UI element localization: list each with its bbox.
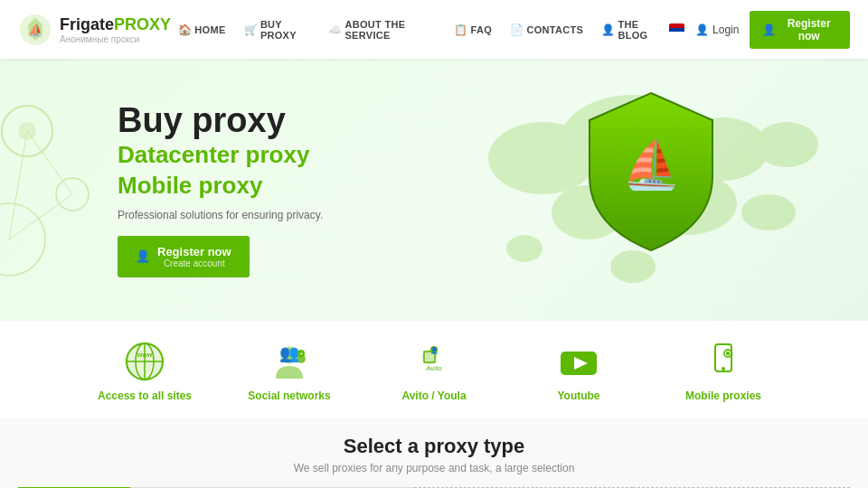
svg-point-45 (722, 367, 725, 371)
nav-contacts[interactable]: 📄 CONTACTS (503, 19, 590, 41)
avito-youla-label: Avito / Youla (401, 389, 466, 402)
feature-social-networks[interactable]: 👥 + Social networks (217, 339, 362, 402)
svg-point-16 (741, 194, 796, 230)
mobile-proxies-icon (701, 339, 746, 384)
user-icon: 👤 (695, 23, 709, 36)
faq-icon: 📋 (454, 23, 467, 36)
main-nav: 🏠 HOME 🛒 BUY PROXY ☁️ ABOUT THE SERVICE … (171, 14, 669, 45)
svg-text:+: + (299, 350, 304, 358)
contacts-icon: 📄 (510, 23, 524, 36)
cart-icon: 🛒 (244, 23, 258, 36)
select-proxy-description: We sell proxies for any purpose and task… (0, 462, 868, 474)
hero-visual: ⛵ (452, 68, 832, 312)
header-right: 👤 Login 👤 Register now (669, 11, 850, 49)
hero-title: Buy proxy (118, 102, 323, 140)
access-sites-icon-wrap: www (122, 339, 167, 384)
feature-mobile-proxies[interactable]: Mobile proxies (651, 339, 796, 402)
avito-youla-icon-wrap: 👤 Avito (411, 339, 457, 384)
features-section: www Access to all sites 👥 + Social netwo… (0, 321, 868, 418)
avito-youla-icon: 👤 Avito (411, 339, 457, 384)
hero-register-button[interactable]: 👤 Register now Create account (118, 236, 250, 277)
cloud-icon: ☁️ (328, 23, 342, 36)
hero-description: Professional solutions for ensuring priv… (118, 209, 323, 221)
svg-point-17 (506, 235, 542, 262)
svg-text:👥: 👥 (279, 343, 300, 363)
shield-graphic: ⛵ (579, 86, 723, 249)
select-proxy-title: Select a proxy type (0, 435, 868, 458)
login-link[interactable]: 👤 Login (695, 23, 739, 36)
social-networks-icon-wrap: 👥 + (267, 339, 312, 384)
youtube-icon (556, 339, 601, 384)
nav-about[interactable]: ☁️ ABOUT THE SERVICE (321, 14, 443, 45)
access-sites-label: Access to all sites (98, 389, 192, 402)
svg-point-48 (726, 352, 730, 355)
logo-icon: ⛵ (18, 13, 52, 47)
svg-text:⛵: ⛵ (622, 136, 681, 192)
hero-register-label: Register now (157, 245, 231, 258)
svg-point-24 (775, 146, 780, 152)
social-networks-icon: 👥 + (267, 339, 312, 384)
youtube-icon-wrap (556, 339, 601, 384)
hero-register-sub: Create account (157, 258, 231, 268)
svg-text:www: www (137, 352, 153, 358)
hero-section: Buy proxy Datacenter proxy Mobile proxy … (0, 59, 868, 321)
home-icon: 🏠 (178, 23, 192, 36)
feature-youtube[interactable]: Youtube (506, 339, 651, 402)
feature-avito-youla[interactable]: 👤 Avito Avito / Youla (362, 339, 506, 402)
svg-point-22 (793, 136, 798, 141)
hero-subtitle2: Mobile proxy (118, 171, 323, 202)
header: ⛵ FrigatePROXY Анонимные прокси 🏠 HOME 🛒… (0, 0, 868, 59)
svg-point-13 (755, 122, 818, 167)
hero-register-icon: 👤 (136, 249, 150, 263)
register-icon: 👤 (762, 23, 776, 36)
hero-content: Buy proxy Datacenter proxy Mobile proxy … (0, 75, 323, 304)
svg-point-21 (757, 137, 762, 143)
svg-text:👤: 👤 (430, 346, 439, 354)
language-flag[interactable] (669, 23, 684, 36)
mobile-proxies-icon-wrap (701, 339, 746, 384)
select-proxy-section: Select a proxy type We sell proxies for … (0, 418, 868, 488)
youtube-label: Youtube (557, 389, 599, 402)
nav-blog[interactable]: 👤 THE BLOG (594, 14, 669, 45)
svg-text:⛵: ⛵ (28, 22, 43, 37)
hero-subtitle1: Datacenter proxy (118, 140, 323, 171)
logo[interactable]: ⛵ FrigatePROXY Анонимные прокси (18, 13, 171, 47)
social-networks-label: Social networks (248, 389, 330, 402)
access-sites-icon: www (122, 339, 167, 384)
feature-access-sites[interactable]: www Access to all sites (72, 339, 217, 402)
nav-home[interactable]: 🏠 HOME (171, 19, 233, 41)
nav-faq[interactable]: 📋 FAQ (447, 19, 499, 41)
blog-icon: 👤 (601, 23, 615, 36)
logo-text: FrigatePROXY (60, 15, 171, 34)
mobile-proxies-label: Mobile proxies (685, 389, 761, 402)
nav-buy-proxy[interactable]: 🛒 BUY PROXY (237, 14, 318, 45)
logo-subtext: Анонимные прокси (60, 34, 171, 44)
svg-point-20 (730, 133, 735, 138)
svg-text:Avito: Avito (426, 364, 442, 372)
register-button[interactable]: 👤 Register now (750, 11, 850, 49)
